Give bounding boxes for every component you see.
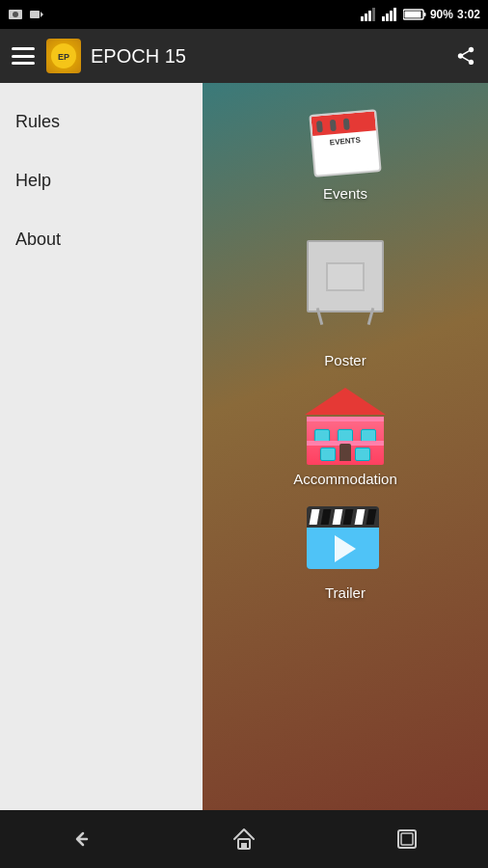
svg-point-1 bbox=[13, 12, 18, 17]
signal-icon bbox=[361, 7, 378, 22]
trailer-menu-item[interactable]: Trailer bbox=[307, 506, 384, 601]
sidebar-item-rules[interactable]: Rules bbox=[0, 93, 203, 151]
svg-rect-4 bbox=[361, 16, 364, 21]
app-bar: EP EPOCH 15 bbox=[0, 29, 488, 83]
status-left-icons bbox=[8, 7, 44, 22]
bottom-navigation bbox=[0, 810, 488, 868]
photo-icon bbox=[8, 7, 23, 22]
share-icon bbox=[455, 45, 476, 67]
battery-icon bbox=[403, 8, 426, 21]
home-icon bbox=[230, 826, 258, 853]
status-right-icons: 90% 3:02 bbox=[361, 7, 480, 22]
hamburger-button[interactable] bbox=[12, 47, 35, 65]
back-icon bbox=[68, 826, 95, 853]
events-icon: EVENTS bbox=[307, 102, 384, 179]
app-title: EPOCH 15 bbox=[91, 45, 455, 68]
app-logo: EP bbox=[46, 39, 81, 73]
svg-text:EP: EP bbox=[58, 52, 69, 62]
status-bar: 90% 3:02 bbox=[0, 0, 488, 29]
svg-rect-5 bbox=[365, 14, 367, 21]
accommodation-icon bbox=[302, 388, 389, 465]
share-button[interactable] bbox=[455, 45, 476, 67]
trailer-label: Trailer bbox=[325, 584, 366, 601]
back-button[interactable] bbox=[52, 810, 110, 868]
clock: 3:02 bbox=[457, 8, 480, 21]
poster-icon bbox=[307, 240, 384, 312]
content-area: EVENTS Events Poster bbox=[203, 83, 488, 810]
signal2-icon bbox=[382, 7, 399, 22]
recent-button[interactable] bbox=[378, 810, 436, 868]
accommodation-menu-item[interactable]: Accommodation bbox=[293, 388, 397, 487]
battery-percent: 90% bbox=[430, 8, 453, 21]
events-label: Events bbox=[323, 185, 367, 202]
svg-rect-14 bbox=[404, 12, 420, 18]
poster-menu-item[interactable]: Poster bbox=[302, 240, 389, 368]
svg-rect-13 bbox=[423, 13, 425, 16]
video-icon bbox=[29, 7, 44, 22]
sidebar: Rules Help About bbox=[0, 83, 203, 810]
svg-rect-11 bbox=[393, 8, 396, 21]
svg-rect-20 bbox=[241, 843, 247, 849]
svg-marker-3 bbox=[41, 12, 43, 17]
sidebar-item-help[interactable]: Help bbox=[0, 151, 203, 210]
svg-rect-18 bbox=[328, 264, 363, 289]
svg-rect-10 bbox=[390, 11, 393, 21]
home-button[interactable] bbox=[215, 810, 273, 868]
svg-rect-7 bbox=[372, 8, 375, 21]
svg-rect-8 bbox=[382, 16, 385, 21]
recent-icon bbox=[393, 826, 420, 853]
svg-rect-22 bbox=[401, 833, 413, 845]
sidebar-item-about[interactable]: About bbox=[0, 210, 203, 269]
svg-rect-6 bbox=[368, 11, 371, 21]
accommodation-label: Accommodation bbox=[293, 471, 397, 487]
svg-rect-9 bbox=[386, 14, 389, 21]
trailer-icon bbox=[307, 506, 384, 579]
logo-icon: EP bbox=[50, 42, 77, 69]
svg-rect-2 bbox=[30, 11, 40, 18]
events-menu-item[interactable]: EVENTS Events bbox=[307, 102, 384, 202]
poster-label: Poster bbox=[324, 352, 366, 368]
main-layout: Rules Help About EVENTS bbox=[0, 83, 488, 810]
